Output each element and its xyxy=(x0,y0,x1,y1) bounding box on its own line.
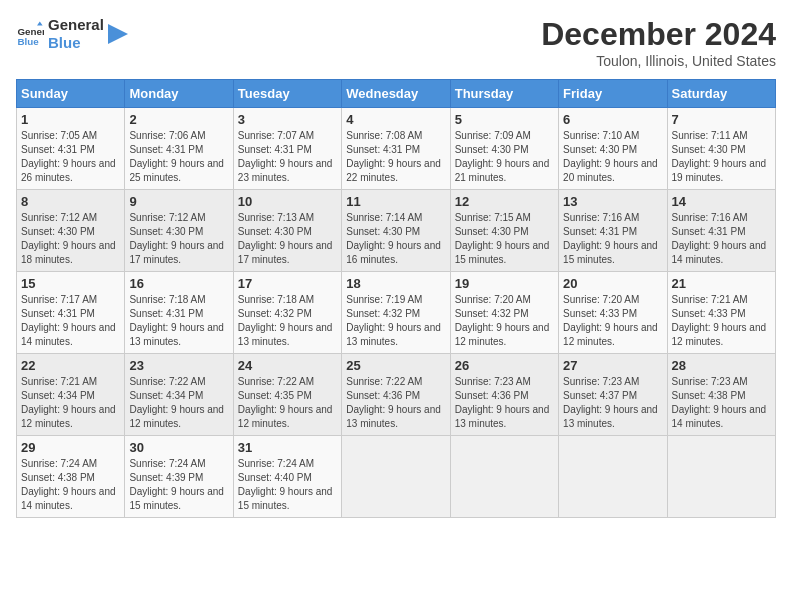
day-number: 21 xyxy=(672,276,771,291)
day-info: Sunrise: 7:23 AMSunset: 4:36 PMDaylight:… xyxy=(455,375,554,431)
calendar-day-cell: 23Sunrise: 7:22 AMSunset: 4:34 PMDayligh… xyxy=(125,354,233,436)
calendar-day-cell: 21Sunrise: 7:21 AMSunset: 4:33 PMDayligh… xyxy=(667,272,775,354)
day-number: 11 xyxy=(346,194,445,209)
day-number: 20 xyxy=(563,276,662,291)
day-info: Sunrise: 7:09 AMSunset: 4:30 PMDaylight:… xyxy=(455,129,554,185)
day-number: 15 xyxy=(21,276,120,291)
day-info: Sunrise: 7:20 AMSunset: 4:33 PMDaylight:… xyxy=(563,293,662,349)
svg-marker-3 xyxy=(108,24,128,44)
calendar-day-cell: 30Sunrise: 7:24 AMSunset: 4:39 PMDayligh… xyxy=(125,436,233,518)
calendar-day-cell: 20Sunrise: 7:20 AMSunset: 4:33 PMDayligh… xyxy=(559,272,667,354)
day-info: Sunrise: 7:15 AMSunset: 4:30 PMDaylight:… xyxy=(455,211,554,267)
day-info: Sunrise: 7:13 AMSunset: 4:30 PMDaylight:… xyxy=(238,211,337,267)
logo-blue: Blue xyxy=(48,34,104,52)
day-number: 13 xyxy=(563,194,662,209)
calendar-day-cell xyxy=(667,436,775,518)
day-number: 10 xyxy=(238,194,337,209)
calendar-day-cell xyxy=(559,436,667,518)
day-number: 30 xyxy=(129,440,228,455)
weekday-header-thursday: Thursday xyxy=(450,80,558,108)
calendar-day-cell: 28Sunrise: 7:23 AMSunset: 4:38 PMDayligh… xyxy=(667,354,775,436)
calendar-day-cell: 27Sunrise: 7:23 AMSunset: 4:37 PMDayligh… xyxy=(559,354,667,436)
calendar-day-cell xyxy=(342,436,450,518)
calendar-day-cell: 8Sunrise: 7:12 AMSunset: 4:30 PMDaylight… xyxy=(17,190,125,272)
calendar-week-row: 15Sunrise: 7:17 AMSunset: 4:31 PMDayligh… xyxy=(17,272,776,354)
day-number: 1 xyxy=(21,112,120,127)
day-info: Sunrise: 7:18 AMSunset: 4:32 PMDaylight:… xyxy=(238,293,337,349)
calendar-day-cell: 15Sunrise: 7:17 AMSunset: 4:31 PMDayligh… xyxy=(17,272,125,354)
day-info: Sunrise: 7:06 AMSunset: 4:31 PMDaylight:… xyxy=(129,129,228,185)
day-info: Sunrise: 7:10 AMSunset: 4:30 PMDaylight:… xyxy=(563,129,662,185)
day-info: Sunrise: 7:12 AMSunset: 4:30 PMDaylight:… xyxy=(21,211,120,267)
day-number: 14 xyxy=(672,194,771,209)
calendar-day-cell: 5Sunrise: 7:09 AMSunset: 4:30 PMDaylight… xyxy=(450,108,558,190)
day-number: 25 xyxy=(346,358,445,373)
day-number: 5 xyxy=(455,112,554,127)
weekday-header-tuesday: Tuesday xyxy=(233,80,341,108)
day-info: Sunrise: 7:24 AMSunset: 4:40 PMDaylight:… xyxy=(238,457,337,513)
day-number: 23 xyxy=(129,358,228,373)
logo-arrow-icon xyxy=(108,24,128,44)
day-info: Sunrise: 7:18 AMSunset: 4:31 PMDaylight:… xyxy=(129,293,228,349)
day-info: Sunrise: 7:21 AMSunset: 4:34 PMDaylight:… xyxy=(21,375,120,431)
calendar-table: SundayMondayTuesdayWednesdayThursdayFrid… xyxy=(16,79,776,518)
calendar-day-cell: 24Sunrise: 7:22 AMSunset: 4:35 PMDayligh… xyxy=(233,354,341,436)
day-info: Sunrise: 7:16 AMSunset: 4:31 PMDaylight:… xyxy=(563,211,662,267)
title-area: December 2024 Toulon, Illinois, United S… xyxy=(541,16,776,69)
calendar-week-row: 1Sunrise: 7:05 AMSunset: 4:31 PMDaylight… xyxy=(17,108,776,190)
day-info: Sunrise: 7:21 AMSunset: 4:33 PMDaylight:… xyxy=(672,293,771,349)
calendar-day-cell: 29Sunrise: 7:24 AMSunset: 4:38 PMDayligh… xyxy=(17,436,125,518)
calendar-day-cell: 25Sunrise: 7:22 AMSunset: 4:36 PMDayligh… xyxy=(342,354,450,436)
weekday-header-wednesday: Wednesday xyxy=(342,80,450,108)
day-number: 9 xyxy=(129,194,228,209)
weekday-header-row: SundayMondayTuesdayWednesdayThursdayFrid… xyxy=(17,80,776,108)
day-info: Sunrise: 7:11 AMSunset: 4:30 PMDaylight:… xyxy=(672,129,771,185)
day-number: 6 xyxy=(563,112,662,127)
calendar-day-cell: 17Sunrise: 7:18 AMSunset: 4:32 PMDayligh… xyxy=(233,272,341,354)
day-info: Sunrise: 7:22 AMSunset: 4:35 PMDaylight:… xyxy=(238,375,337,431)
day-info: Sunrise: 7:19 AMSunset: 4:32 PMDaylight:… xyxy=(346,293,445,349)
day-info: Sunrise: 7:23 AMSunset: 4:38 PMDaylight:… xyxy=(672,375,771,431)
day-info: Sunrise: 7:20 AMSunset: 4:32 PMDaylight:… xyxy=(455,293,554,349)
calendar-day-cell: 9Sunrise: 7:12 AMSunset: 4:30 PMDaylight… xyxy=(125,190,233,272)
svg-text:Blue: Blue xyxy=(17,36,39,47)
day-info: Sunrise: 7:24 AMSunset: 4:39 PMDaylight:… xyxy=(129,457,228,513)
day-info: Sunrise: 7:05 AMSunset: 4:31 PMDaylight:… xyxy=(21,129,120,185)
day-number: 8 xyxy=(21,194,120,209)
calendar-week-row: 29Sunrise: 7:24 AMSunset: 4:38 PMDayligh… xyxy=(17,436,776,518)
weekday-header-saturday: Saturday xyxy=(667,80,775,108)
calendar-day-cell: 3Sunrise: 7:07 AMSunset: 4:31 PMDaylight… xyxy=(233,108,341,190)
calendar-day-cell: 26Sunrise: 7:23 AMSunset: 4:36 PMDayligh… xyxy=(450,354,558,436)
day-number: 2 xyxy=(129,112,228,127)
day-info: Sunrise: 7:23 AMSunset: 4:37 PMDaylight:… xyxy=(563,375,662,431)
logo-icon: General Blue xyxy=(16,20,44,48)
day-number: 29 xyxy=(21,440,120,455)
day-info: Sunrise: 7:17 AMSunset: 4:31 PMDaylight:… xyxy=(21,293,120,349)
day-number: 7 xyxy=(672,112,771,127)
calendar-week-row: 8Sunrise: 7:12 AMSunset: 4:30 PMDaylight… xyxy=(17,190,776,272)
calendar-day-cell: 18Sunrise: 7:19 AMSunset: 4:32 PMDayligh… xyxy=(342,272,450,354)
calendar-day-cell: 12Sunrise: 7:15 AMSunset: 4:30 PMDayligh… xyxy=(450,190,558,272)
day-number: 28 xyxy=(672,358,771,373)
logo: General Blue General Blue xyxy=(16,16,128,52)
calendar-week-row: 22Sunrise: 7:21 AMSunset: 4:34 PMDayligh… xyxy=(17,354,776,436)
day-info: Sunrise: 7:16 AMSunset: 4:31 PMDaylight:… xyxy=(672,211,771,267)
day-number: 31 xyxy=(238,440,337,455)
svg-marker-2 xyxy=(37,21,43,25)
day-info: Sunrise: 7:08 AMSunset: 4:31 PMDaylight:… xyxy=(346,129,445,185)
calendar-day-cell: 4Sunrise: 7:08 AMSunset: 4:31 PMDaylight… xyxy=(342,108,450,190)
day-info: Sunrise: 7:22 AMSunset: 4:34 PMDaylight:… xyxy=(129,375,228,431)
day-number: 4 xyxy=(346,112,445,127)
calendar-day-cell: 16Sunrise: 7:18 AMSunset: 4:31 PMDayligh… xyxy=(125,272,233,354)
day-number: 17 xyxy=(238,276,337,291)
calendar-day-cell: 6Sunrise: 7:10 AMSunset: 4:30 PMDaylight… xyxy=(559,108,667,190)
day-number: 12 xyxy=(455,194,554,209)
calendar-day-cell: 22Sunrise: 7:21 AMSunset: 4:34 PMDayligh… xyxy=(17,354,125,436)
calendar-day-cell: 19Sunrise: 7:20 AMSunset: 4:32 PMDayligh… xyxy=(450,272,558,354)
calendar-day-cell: 14Sunrise: 7:16 AMSunset: 4:31 PMDayligh… xyxy=(667,190,775,272)
calendar-title: December 2024 xyxy=(541,16,776,53)
day-number: 24 xyxy=(238,358,337,373)
calendar-day-cell: 31Sunrise: 7:24 AMSunset: 4:40 PMDayligh… xyxy=(233,436,341,518)
day-number: 26 xyxy=(455,358,554,373)
day-number: 18 xyxy=(346,276,445,291)
